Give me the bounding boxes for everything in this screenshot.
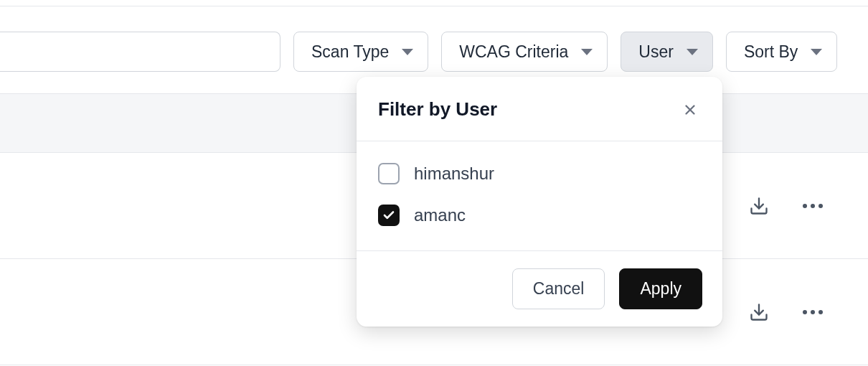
chevron-down-icon [811, 49, 822, 55]
check-icon [382, 209, 395, 222]
dropdown-label: Sort By [744, 42, 798, 62]
close-icon [682, 102, 698, 118]
close-button[interactable] [679, 99, 701, 121]
dropdown-wcag-criteria[interactable]: WCAG Criteria [441, 32, 608, 72]
svg-point-7 [819, 310, 823, 314]
apply-button[interactable]: Apply [619, 268, 702, 309]
user-option-label: amanc [414, 205, 466, 225]
checkbox[interactable] [378, 163, 400, 184]
search-input[interactable] [0, 32, 280, 72]
chevron-down-icon [687, 49, 698, 55]
more-icon[interactable] [802, 309, 824, 315]
dropdown-label: Scan Type [311, 42, 389, 62]
filter-by-user-popover: Filter by User himanshur amanc Cancel Ap… [357, 77, 722, 327]
more-icon[interactable] [802, 203, 824, 209]
dropdown-user[interactable]: User [621, 32, 713, 72]
svg-point-1 [803, 204, 807, 208]
svg-point-2 [811, 204, 815, 208]
popover-footer: Cancel Apply [357, 250, 722, 327]
dropdown-scan-type[interactable]: Scan Type [293, 32, 428, 72]
popover-title: Filter by User [378, 98, 497, 121]
download-icon[interactable] [749, 302, 769, 322]
popover-body: himanshur amanc [357, 141, 722, 250]
svg-point-6 [811, 310, 815, 314]
user-option-label: himanshur [414, 164, 494, 184]
download-icon[interactable] [749, 196, 769, 216]
dropdown-sort-by[interactable]: Sort By [726, 32, 837, 72]
dropdown-label: User [638, 42, 674, 62]
user-option[interactable]: amanc [378, 205, 701, 226]
chevron-down-icon [402, 49, 413, 55]
cancel-button[interactable]: Cancel [512, 268, 605, 309]
user-option[interactable]: himanshur [378, 163, 701, 184]
svg-point-5 [803, 310, 807, 314]
chevron-down-icon [581, 49, 593, 55]
checkbox[interactable] [378, 205, 400, 226]
popover-header: Filter by User [357, 77, 722, 141]
svg-point-3 [819, 204, 823, 208]
dropdown-label: WCAG Criteria [459, 42, 568, 62]
